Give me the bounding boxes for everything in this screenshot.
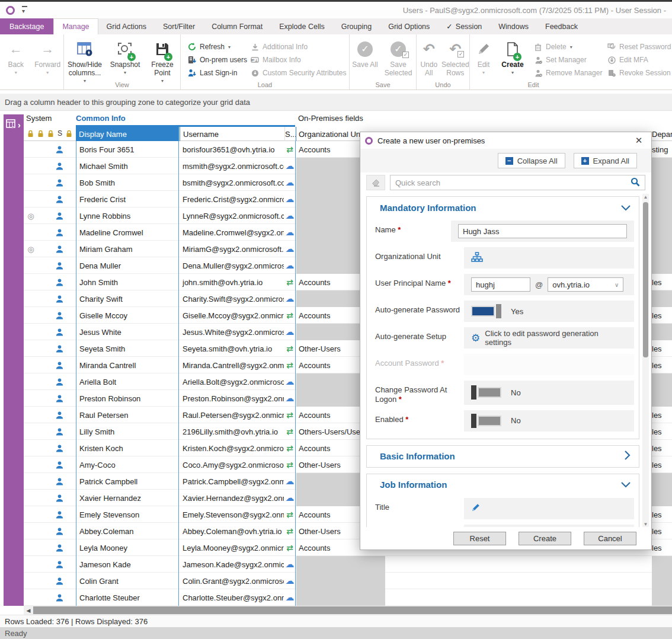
user-icon (52, 158, 66, 174)
name-input[interactable] (458, 224, 627, 238)
search-icon[interactable] (626, 177, 645, 188)
on-prem-users-button[interactable]: On-prem users▾ (184, 53, 247, 66)
user-icon (52, 174, 66, 191)
show-hide-columns-button[interactable]: Show/Hide columns...▾ (64, 39, 105, 84)
tab-backstage[interactable]: Backstage (0, 18, 53, 34)
column-header-display-name[interactable]: Display Name (76, 127, 179, 141)
tab-session[interactable]: ✓Session (438, 18, 490, 34)
title-edit-field[interactable] (464, 498, 634, 519)
remove-manager-button[interactable]: Remove Manager (530, 66, 604, 79)
back-button[interactable]: ← Back▾ (0, 39, 32, 75)
upn-input[interactable] (471, 277, 530, 292)
delete-button[interactable]: Delete▾ (530, 40, 604, 53)
group-header-common-info[interactable]: Common Info (76, 114, 126, 123)
system-s-column[interactable]: S (57, 129, 62, 138)
revoke-session-button[interactable]: Revoke Session T (604, 66, 672, 79)
enabled-toggle[interactable] (471, 414, 501, 428)
scroll-down-arrow-icon[interactable]: ▼ (642, 521, 649, 527)
scroll-left-arrow-icon[interactable]: ◀ (24, 606, 33, 615)
mailbox-info-button[interactable]: Mailbox Info (247, 53, 349, 66)
table-row[interactable]: Colin Grant Colin.Grant@sygx2.onmicrosof… (24, 573, 672, 589)
auto-generate-password-toggle[interactable] (471, 304, 501, 318)
change-password-toggle[interactable] (471, 385, 501, 400)
field-user-principal-name: User Principal Name * @ ovh.ytria.io∨ (375, 274, 634, 295)
cell-username: Seyeta.smith@ovh.ytria.io (180, 340, 284, 357)
edit-button[interactable]: Edit▾ (470, 39, 497, 75)
horizontal-scroll-thumb[interactable] (33, 606, 672, 614)
tab-grouping[interactable]: Grouping (333, 18, 380, 34)
grid-side-rail[interactable]: › (4, 114, 24, 606)
cloud-icon: ☁ (286, 327, 295, 337)
tab-grid-options[interactable]: Grid Options (380, 18, 438, 34)
search-input[interactable] (391, 176, 626, 189)
target-icon (25, 324, 37, 340)
undo-icon: ↶ (423, 39, 435, 59)
set-manager-button[interactable]: Set Manager (530, 53, 604, 66)
org-tree-icon[interactable] (471, 252, 483, 264)
user-icon (52, 241, 66, 257)
cell-username: Patrick.Campbell@sygx2.onmic (180, 473, 284, 490)
edit-mfa-button[interactable]: Edit MFA (604, 53, 672, 66)
last-sign-in-button[interactable]: Last Sign-in (184, 66, 247, 79)
quick-access-caret-icon[interactable]: ▾ (22, 6, 27, 14)
table-row[interactable]: Charlotte Steuber Charlotte.Steuber@sygx… (24, 589, 672, 606)
target-icon (25, 473, 37, 490)
manager-edit-field[interactable] (464, 525, 634, 528)
clear-search-button[interactable] (366, 175, 385, 190)
column-header-sync[interactable]: S... (284, 127, 296, 141)
section-header-basic[interactable]: Basic Information (367, 446, 639, 467)
cell-sync-status: ⇄ (284, 440, 296, 456)
tab-grid-actions[interactable]: Grid Actions (98, 18, 155, 34)
horizontal-scrollbar[interactable]: ◀ (24, 606, 672, 615)
grid-tools-icon (6, 119, 17, 132)
save-selected-button[interactable]: ✓✓ Save Selected (380, 39, 416, 78)
cell-right-fragment (652, 390, 672, 407)
cell-display-name: Seyeta Smith (76, 340, 179, 357)
target-icon (25, 539, 37, 556)
scroll-up-arrow-icon[interactable]: ▲ (642, 194, 649, 201)
dropdown-caret-icon: ▾ (228, 44, 231, 50)
password-generation-settings-button[interactable]: ⚙Click to edit password generation setti… (464, 327, 634, 349)
refresh-button[interactable]: Refresh▾ (184, 40, 247, 53)
section-header-job[interactable]: Job Information (367, 474, 639, 496)
cell-username: Colin.Grant@sygx2.onmicrosof (180, 573, 284, 589)
custom-security-attributes-button[interactable]: Custom Security Attributes (247, 66, 349, 79)
table-row[interactable]: Jameson Kade Jameson.Kade@sygx2.onmicro … (24, 556, 672, 573)
undo-selected-rows-button[interactable]: ↶✓ Selected Rows (441, 39, 469, 78)
tab-manage[interactable]: Manage (53, 18, 98, 34)
column-header-username[interactable]: Username (180, 127, 284, 141)
forward-button[interactable]: → Forward▾ (32, 39, 64, 75)
create-button[interactable]: Create (519, 532, 571, 545)
freeze-point-button[interactable]: + Freeze Point▾ (145, 39, 180, 84)
reset-button[interactable]: Reset (453, 532, 506, 545)
grouping-zone[interactable]: Drag a column header to this grouping zo… (0, 94, 672, 111)
additional-info-button[interactable]: Additional Info (247, 40, 349, 53)
tab-windows[interactable]: Windows (490, 18, 537, 34)
cell-display-name: Dena Muller (76, 257, 179, 274)
cell-right-fragment (652, 207, 672, 224)
tab-explode-cells[interactable]: Explode Cells (271, 18, 332, 34)
tab-sort-filter[interactable]: Sort/Filter (155, 18, 203, 34)
tab-column-format[interactable]: Column Format (203, 18, 271, 34)
close-icon[interactable]: ✕ (631, 135, 647, 146)
reset-password-button[interactable]: *** Reset Password (604, 40, 672, 53)
expand-all-button[interactable]: +Expand All (574, 153, 637, 168)
cancel-button[interactable]: Cancel (584, 532, 636, 545)
group-header-system[interactable]: System (26, 114, 52, 123)
create-button[interactable]: + Create▾ (497, 39, 528, 75)
upn-domain-select[interactable]: ovh.ytria.io∨ (548, 277, 623, 292)
dialog-vertical-scrollbar[interactable]: ▲ ▼ (642, 194, 649, 527)
target-icon (25, 158, 37, 174)
save-all-button[interactable]: ✓ Save All (350, 39, 380, 69)
cell-username: Jameson.Kade@sygx2.onmicro (180, 556, 284, 573)
section-header-mandatory[interactable]: Mandatory Information (367, 197, 639, 218)
vertical-scroll-thumb[interactable] (643, 202, 648, 357)
cell-display-name: Charlotte Steuber (76, 589, 179, 606)
revoke-session-icon (606, 69, 617, 77)
snapshot-button[interactable]: + Snapshot▾ (105, 39, 145, 75)
tab-feedback[interactable]: Feedback (537, 18, 586, 34)
undo-all-button[interactable]: ↶ Undo All (417, 39, 441, 78)
collapse-all-button[interactable]: −Collapse All (498, 153, 565, 168)
group-header-on-premises[interactable]: On-Premises fields (298, 114, 363, 123)
cell-right-fragment (652, 191, 672, 207)
